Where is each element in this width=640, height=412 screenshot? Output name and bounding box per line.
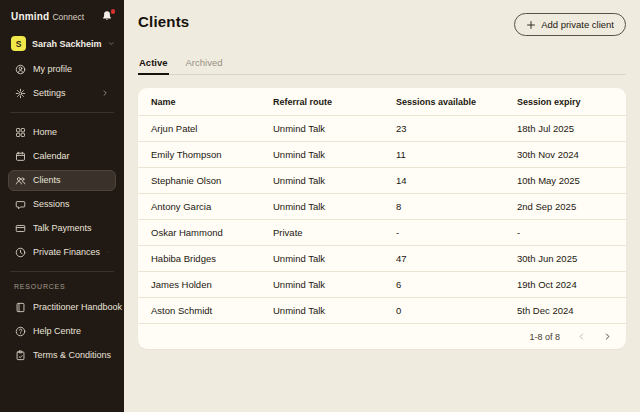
people-icon — [15, 175, 26, 186]
sidebar-item-label: Practitioner Handbook — [33, 302, 122, 312]
cell-referral-route: Unmind Talk — [273, 305, 396, 316]
cell-session-expiry: 19th Oct 2024 — [517, 279, 613, 290]
sidebar-item-label: My profile — [33, 64, 72, 74]
person-icon — [15, 64, 26, 75]
avatar: S — [11, 36, 26, 51]
table-row[interactable]: Aston Schmidt Unmind Talk 0 5th Dec 2024 — [138, 298, 626, 324]
user-menu[interactable]: S Sarah Sackheim — [11, 36, 114, 51]
cell-referral-route: Unmind Talk — [273, 175, 396, 186]
page-title: Clients — [138, 13, 189, 30]
cell-sessions-available: 6 — [396, 279, 517, 290]
clients-table-card: NameReferral routeSessions availableSess… — [138, 88, 626, 349]
table-body: Arjun Patel Unmind Talk 23 18th Jul 2025… — [138, 116, 626, 324]
card-icon — [15, 223, 26, 234]
sidebar-item-private-finances[interactable]: Private Finances — [8, 242, 116, 263]
logo-brand: Unmind — [11, 11, 49, 22]
cell-sessions-available: 14 — [396, 175, 517, 186]
sidebar-item-talk-payments[interactable]: Talk Payments — [8, 218, 116, 239]
tab-archived[interactable]: Archived — [185, 57, 224, 74]
cell-session-expiry: 10th May 2025 — [517, 175, 613, 186]
sidebar-item-clients[interactable]: Clients — [8, 170, 116, 191]
resources-label: RESOURCES — [14, 283, 116, 290]
divider — [10, 271, 114, 272]
sidebar-item-calendar[interactable]: Calendar — [8, 146, 116, 167]
tabs: Active Archived — [138, 57, 626, 75]
sidebar-item-my-profile[interactable]: My profile — [8, 59, 116, 80]
cell-session-expiry: 18th Jul 2025 — [517, 123, 613, 134]
cell-name: Aston Schmidt — [151, 305, 273, 316]
cell-name: James Holden — [151, 279, 273, 290]
cell-session-expiry: 5th Dec 2024 — [517, 305, 613, 316]
notifications-button[interactable] — [101, 10, 114, 23]
sidebar-item-label: Talk Payments — [33, 223, 92, 233]
cell-sessions-available: 0 — [396, 305, 517, 316]
cell-session-expiry: 30th Nov 2024 — [517, 149, 613, 160]
cell-name: Arjun Patel — [151, 123, 273, 134]
cell-referral-route: Private — [273, 227, 396, 238]
grid-icon — [15, 127, 26, 138]
pagination-range: 1-8 of 8 — [529, 332, 560, 342]
add-private-client-button[interactable]: Add private client — [514, 13, 626, 36]
sidebar-item-label: Settings — [33, 88, 66, 98]
sidebar-item-sessions[interactable]: Sessions — [8, 194, 116, 215]
resource-nav: Practitioner Handbook Help Centre Terms … — [8, 295, 116, 367]
cell-referral-route: Unmind Talk — [273, 123, 396, 134]
cell-sessions-available: 47 — [396, 253, 517, 264]
clock-icon — [15, 247, 26, 258]
gear-icon — [15, 88, 26, 99]
cell-name: Habiba Bridges — [151, 253, 273, 264]
sidebar-item-terms-conditions[interactable]: Terms & Conditions — [8, 345, 116, 366]
table-row[interactable]: Habiba Bridges Unmind Talk 47 30th Jun 2… — [138, 246, 626, 272]
add-private-client-label: Add private client — [541, 19, 614, 30]
pagination-next-button[interactable] — [603, 332, 612, 341]
cell-name: Emily Thompson — [151, 149, 273, 160]
tab-active[interactable]: Active — [138, 57, 169, 74]
column-header-name: Name — [151, 97, 273, 107]
pagination: 1-8 of 8 — [138, 324, 626, 349]
cell-sessions-available: 11 — [396, 149, 517, 160]
sidebar-item-practitioner-handbook[interactable]: Practitioner Handbook — [8, 297, 116, 318]
sidebar-item-label: Terms & Conditions — [33, 350, 111, 360]
pagination-prev-button[interactable] — [577, 332, 586, 341]
sidebar-item-label: Clients — [33, 175, 61, 185]
table-row[interactable]: Antony Garcia Unmind Talk 8 2nd Sep 2025 — [138, 194, 626, 220]
table-row[interactable]: Oskar Hammond Private - - — [138, 220, 626, 246]
tab-label: Archived — [186, 57, 223, 68]
sidebar-item-home[interactable]: Home — [8, 122, 116, 143]
table-row[interactable]: James Holden Unmind Talk 6 19th Oct 2024 — [138, 272, 626, 298]
cell-session-expiry: 2nd Sep 2025 — [517, 201, 613, 212]
logo-row: Unmind Connect — [8, 8, 116, 23]
cell-referral-route: Unmind Talk — [273, 201, 396, 212]
cell-name: Oskar Hammond — [151, 227, 273, 238]
main-nav: Home Calendar Clients Sessions Talk Paym… — [8, 120, 116, 264]
sidebar-item-label: Sessions — [33, 199, 70, 209]
sidebar-item-help-centre[interactable]: Help Centre — [8, 321, 116, 342]
table-row[interactable]: Arjun Patel Unmind Talk 23 18th Jul 2025 — [138, 116, 626, 142]
app-logo: Unmind Connect — [11, 11, 84, 22]
main-content: Clients Add private client Active Archiv… — [124, 0, 640, 412]
logo-suffix: Connect — [52, 12, 84, 22]
book-icon — [15, 302, 26, 313]
sidebar-item-label: Home — [33, 127, 57, 137]
cell-referral-route: Unmind Talk — [273, 253, 396, 264]
chevron-right-icon — [101, 89, 109, 97]
table-row[interactable]: Emily Thompson Unmind Talk 11 30th Nov 2… — [138, 142, 626, 168]
doc-icon — [15, 350, 26, 361]
cell-referral-route: Unmind Talk — [273, 279, 396, 290]
table-row[interactable]: Stephanie Olson Unmind Talk 14 10th May … — [138, 168, 626, 194]
cell-sessions-available: - — [396, 227, 517, 238]
cell-session-expiry: 30th Jun 2025 — [517, 253, 613, 264]
plus-icon — [526, 20, 536, 30]
cell-name: Stephanie Olson — [151, 175, 273, 186]
chevron-right-icon — [107, 248, 109, 256]
cell-sessions-available: 23 — [396, 123, 517, 134]
help-icon — [15, 326, 26, 337]
sidebar-item-label: Calendar — [33, 151, 70, 161]
column-header-referral-route: Referral route — [273, 97, 396, 107]
sidebar: Unmind Connect S Sarah Sackheim My profi… — [0, 0, 124, 412]
column-header-session-expiry: Session expiry — [517, 97, 613, 107]
cell-session-expiry: - — [517, 227, 613, 238]
notification-dot — [111, 9, 116, 14]
sidebar-item-settings[interactable]: Settings — [8, 83, 116, 104]
sidebar-item-label: Help Centre — [33, 326, 81, 336]
